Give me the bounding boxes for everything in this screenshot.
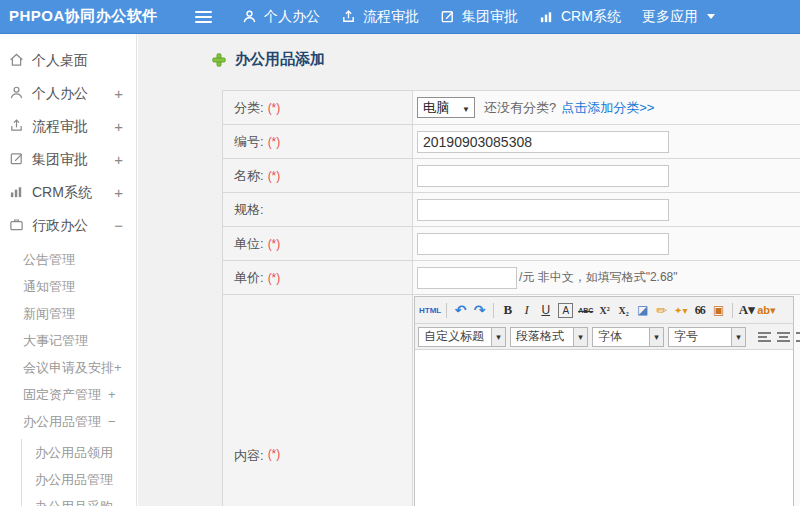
edit-icon (440, 9, 455, 24)
caret-down-icon (707, 14, 715, 19)
sidebar-item-group-approval[interactable]: 集团审批 + (0, 143, 136, 176)
field-label: 单位: (234, 235, 264, 253)
align-left-button[interactable] (758, 332, 771, 342)
sidebar-subsubitem[interactable]: 办公用品领用 (35, 439, 136, 466)
toolbar-separator[interactable] (732, 303, 733, 318)
unit-input[interactable] (417, 233, 669, 255)
page-title: 办公用品添加 (235, 50, 325, 69)
hamburger-menu-icon[interactable] (195, 11, 212, 23)
toolbar-separator[interactable] (493, 303, 494, 318)
spec-input[interactable] (417, 199, 669, 221)
paste-button[interactable]: ▣ (710, 302, 727, 319)
remove-format-button[interactable]: ◪ (634, 302, 651, 319)
field-label: 编号: (234, 133, 264, 151)
rich-text-editor: HTML ↶ ↷ B I (414, 296, 794, 506)
edit-icon (9, 151, 24, 169)
strikethrough-button[interactable]: ABC (577, 302, 594, 319)
expand-icon[interactable]: + (114, 151, 123, 168)
person-icon (9, 85, 24, 103)
format-brush-button[interactable]: ✏ (653, 302, 670, 319)
caret-down-icon (649, 328, 663, 346)
blockquote-button[interactable]: 66 (691, 302, 708, 319)
collapse-icon[interactable]: − (114, 217, 123, 234)
caret-down-icon (491, 328, 505, 346)
sidebar-item-personal-office[interactable]: 个人办公 + (0, 77, 136, 110)
paragraph-format-select[interactable]: 段落格式 (510, 327, 588, 347)
superscript-button[interactable]: X² (596, 302, 613, 319)
italic-button[interactable]: I (518, 302, 535, 319)
form-row-code: 编号: (*) (223, 125, 800, 159)
expand-icon[interactable]: + (114, 184, 123, 201)
underline-button[interactable]: U (537, 302, 554, 319)
required-mark: (*) (268, 237, 281, 251)
font-size-select[interactable]: 字号 (668, 327, 746, 347)
field-label: 名称: (234, 167, 264, 185)
add-plus-icon (212, 53, 226, 67)
add-category-link[interactable]: 点击添加分类>> (561, 99, 654, 117)
sidebar-item-workflow-approval[interactable]: 流程审批 + (0, 110, 136, 143)
required-mark: (*) (268, 169, 281, 183)
upload-icon (341, 9, 356, 24)
bold-button[interactable]: B (499, 302, 516, 319)
nav-group-approval[interactable]: 集团审批 (440, 8, 518, 26)
font-family-select[interactable]: 字体 (592, 327, 664, 347)
expand-icon: + (108, 387, 116, 402)
redo-button[interactable]: ↷ (471, 302, 488, 319)
editor-content-area[interactable] (415, 350, 793, 506)
expand-icon[interactable]: + (114, 118, 123, 135)
top-navigation: 个人办公 流程审批 集团审批 CRM系统 更多应用 (242, 8, 736, 26)
nav-workflow-approval[interactable]: 流程审批 (341, 8, 419, 26)
subscript-button[interactable]: X₂ (615, 302, 632, 319)
expand-icon[interactable]: + (114, 85, 123, 102)
font-border-button[interactable]: A (558, 303, 573, 318)
bar-chart-icon (539, 9, 554, 24)
sidebar-item-crm-system[interactable]: CRM系统 + (0, 176, 136, 209)
caret-down-icon (462, 100, 470, 115)
undo-button[interactable]: ↶ (452, 302, 469, 319)
custom-title-select[interactable]: 自定义标题 (418, 327, 506, 347)
toolbar-separator[interactable] (446, 303, 447, 318)
auto-typeset-button[interactable]: ✦▾ (672, 302, 689, 319)
form-row-unit: 单位: (*) (223, 227, 800, 261)
caret-down-icon (573, 328, 587, 346)
required-mark: (*) (268, 271, 281, 285)
form-row-price: 单价: (*) /元 非中文，如填写格式"2.68" (223, 261, 800, 295)
app-logo: PHPOA协同办公软件 (0, 7, 195, 26)
sidebar-item-personal-desktop[interactable]: 个人桌面 (0, 44, 136, 77)
sidebar-subitem[interactable]: 大事记管理 (23, 327, 136, 354)
font-color-button[interactable]: A▾ (738, 302, 755, 319)
name-input[interactable] (417, 165, 669, 187)
main-content: 办公用品添加 分类: (*) 电脑 还没有分类? 点击添加分类>> (138, 34, 800, 506)
upload-icon (9, 118, 24, 136)
nav-personal-office[interactable]: 个人办公 (242, 8, 320, 26)
nav-crm-system[interactable]: CRM系统 (539, 8, 621, 26)
sidebar-subitem[interactable]: 通知管理 (23, 273, 136, 300)
nav-more-apps[interactable]: 更多应用 (642, 8, 715, 26)
sidebar-subitem[interactable]: 公告管理 (23, 246, 136, 273)
sidebar-subitem[interactable]: 会议申请及安排+ (23, 354, 136, 381)
category-select[interactable]: 电脑 (417, 97, 475, 118)
field-label: 单价: (234, 269, 264, 287)
align-right-button[interactable] (796, 332, 800, 342)
bar-chart-icon (9, 184, 24, 202)
sidebar-subsubmenu: 办公用品领用 办公用品管理 办公用品采购 (21, 439, 136, 506)
sidebar-subsubitem[interactable]: 办公用品管理 (35, 466, 136, 493)
sidebar-item-admin-office[interactable]: 行政办公 − (0, 209, 136, 242)
code-input[interactable] (417, 131, 669, 153)
briefcase-icon (9, 217, 24, 235)
sidebar-subsubitem[interactable]: 办公用品采购 (35, 493, 136, 506)
sidebar-subitem[interactable]: 固定资产管理 + (23, 381, 136, 408)
no-category-text: 还没有分类? (484, 99, 556, 117)
home-icon (9, 52, 24, 70)
form-row-spec: 规格: (223, 193, 800, 227)
html-source-button[interactable]: HTML (419, 302, 441, 319)
price-format-hint: /元 非中文，如填写格式"2.68" (519, 269, 678, 286)
align-center-button[interactable] (777, 332, 790, 342)
sidebar-subitem[interactable]: 办公用品管理 − (23, 408, 136, 435)
price-input[interactable] (417, 267, 517, 289)
editor-toolbar-row2: 自定义标题 段落格式 (415, 324, 793, 350)
required-mark: (*) (268, 447, 281, 461)
sidebar-subitem[interactable]: 新闻管理 (23, 300, 136, 327)
highlight-color-button[interactable]: ab▾ (757, 302, 775, 319)
expand-icon: − (108, 414, 116, 429)
